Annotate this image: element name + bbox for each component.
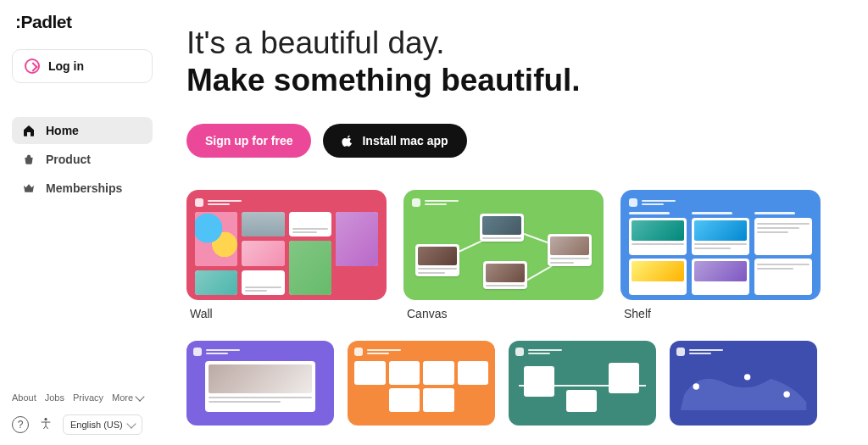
template-card-row2-1[interactable] — [186, 341, 334, 426]
svg-point-1 — [693, 383, 699, 389]
install-app-button[interactable]: Install mac app — [323, 124, 466, 158]
template-preview-canvas — [403, 190, 604, 300]
signup-label: Sign up for free — [205, 134, 292, 147]
signup-button[interactable]: Sign up for free — [186, 124, 311, 158]
map-icon — [676, 361, 810, 412]
main-content: It's a beautiful day. Make something bea… — [161, 0, 868, 445]
headline-line2: Make something beautiful. — [186, 63, 851, 98]
basket-icon — [22, 153, 36, 166]
accessibility-icon[interactable] — [39, 417, 53, 432]
svg-point-2 — [744, 374, 750, 380]
help-icon[interactable]: ? — [12, 416, 29, 433]
chevron-down-icon — [126, 419, 136, 428]
template-preview-shelf — [620, 190, 821, 300]
nav-item-product[interactable]: Product — [12, 146, 153, 173]
template-card-shelf[interactable]: Shelf — [620, 190, 821, 320]
nav-label: Memberships — [46, 181, 122, 195]
nav-label: Home — [46, 124, 79, 137]
template-card-row2-4[interactable] — [670, 341, 817, 426]
template-label: Canvas — [403, 307, 604, 320]
template-label: Wall — [186, 307, 387, 320]
language-label: English (US) — [70, 420, 123, 430]
footer-more[interactable]: More — [112, 392, 143, 403]
footer-links: About Jobs Privacy More — [12, 392, 153, 403]
nav-label: Product — [46, 153, 91, 166]
chevron-down-icon — [135, 392, 144, 401]
template-card-wall[interactable]: Wall — [186, 190, 387, 320]
apple-icon — [342, 134, 353, 147]
install-label: Install mac app — [362, 134, 448, 147]
templates-row-2 — [186, 341, 851, 426]
template-label: Shelf — [620, 307, 821, 320]
primary-nav: Home Product Memberships — [12, 117, 153, 202]
template-card-row2-2[interactable] — [348, 341, 495, 426]
template-card-canvas[interactable]: Canvas — [403, 190, 604, 320]
headline-line1: It's a beautiful day. — [186, 25, 851, 61]
login-button[interactable]: Log in — [12, 49, 153, 83]
crown-icon — [22, 181, 36, 195]
sidebar-footer: About Jobs Privacy More ? English (US) — [12, 392, 153, 435]
svg-point-3 — [783, 392, 789, 398]
footer-privacy[interactable]: Privacy — [73, 392, 103, 403]
login-arrow-icon — [25, 58, 40, 74]
nav-item-memberships[interactable]: Memberships — [12, 175, 153, 202]
template-card-row2-3[interactable] — [509, 341, 656, 426]
svg-point-0 — [45, 418, 47, 420]
sidebar: :Padlet Log in Home Product — [0, 0, 161, 445]
footer-jobs[interactable]: Jobs — [45, 392, 64, 403]
login-label: Log in — [48, 59, 84, 73]
brand-logo[interactable]: :Padlet — [12, 10, 153, 41]
nav-item-home[interactable]: Home — [12, 117, 153, 144]
footer-about[interactable]: About — [12, 392, 36, 403]
templates-row-1: Wall Canvas — [186, 190, 851, 320]
cta-row: Sign up for free Install mac app — [186, 124, 851, 158]
home-icon — [22, 124, 36, 137]
language-select[interactable]: English (US) — [63, 414, 142, 435]
template-preview-wall — [186, 190, 387, 300]
